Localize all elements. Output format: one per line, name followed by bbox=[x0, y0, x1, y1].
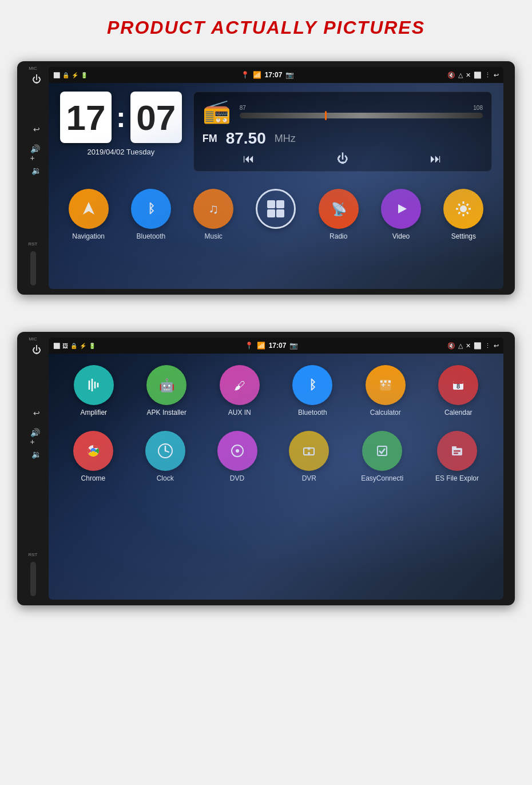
svg-rect-8 bbox=[267, 209, 275, 217]
app-apk-installer[interactable]: 🤖 APK Installer bbox=[146, 365, 186, 417]
page-title: PRODUCT ACTUALLY PICTURES bbox=[0, 0, 532, 50]
svg-rect-6 bbox=[267, 200, 275, 208]
app-bluetooth-2[interactable]: ᛒ Bluetooth bbox=[292, 365, 332, 417]
vol-up-btn-2[interactable]: 🔊+ bbox=[30, 431, 43, 443]
app-calculator[interactable]: + - ■ ■ ■ Calculator bbox=[366, 365, 406, 417]
status-bar-1: ⬜ 🔒 ⚡ 🔋 📍 📶 17:07 📷 🔇 △ ✕ ⬜ ⋮ bbox=[49, 67, 503, 83]
power-btn[interactable]: ⏻ bbox=[337, 152, 348, 165]
svg-text:■ ■ ■: ■ ■ ■ bbox=[380, 379, 391, 384]
app-calendar[interactable]: 8 Calendar bbox=[438, 365, 478, 417]
svg-text:🖌: 🖌 bbox=[234, 379, 245, 392]
device-1: MIC ⏻ ↩ 🔊+ 🔉 RST ⬜ 🔒 ⚡ 🔋 📍 📶 bbox=[17, 61, 515, 295]
app-amplifier[interactable]: Amplifier bbox=[74, 365, 114, 417]
screen-content-1: 17 : 07 2019/04/02 Tuesday 📻 87 bbox=[49, 83, 503, 289]
side-controls-2: MIC ⏻ ↩ 🔊+ 🔉 RST bbox=[17, 332, 49, 605]
clock-hour: 17 bbox=[60, 92, 112, 143]
status-right-2: 🔇 △ ✕ ⬜ ⋮ ↩ bbox=[447, 342, 499, 350]
app-music-label: Music bbox=[205, 232, 223, 240]
device-2: MIC ⏻ ↩ 🔊+ 🔉 RST ⬜ 🖼 🔒 ⚡ 🔋 📍 bbox=[17, 332, 515, 605]
status-right-1: 🔇 △ ✕ ⬜ ⋮ ↩ bbox=[447, 72, 499, 79]
volume-bar-2[interactable] bbox=[30, 562, 36, 596]
clock-colon: : bbox=[116, 101, 126, 134]
power-btn-1[interactable]: ⏻ bbox=[30, 73, 43, 86]
app-bluetooth-label: Bluetooth bbox=[137, 232, 166, 240]
mic-label-1: MIC bbox=[29, 66, 37, 71]
freq-value: 87.50 bbox=[226, 129, 266, 148]
apps-grid-1: Navigation ᛒ Bluetooth bbox=[49, 180, 503, 249]
app-bluetooth2-label: Bluetooth bbox=[298, 409, 327, 417]
svg-point-15 bbox=[460, 205, 467, 212]
app-easyconnect[interactable]: EasyConnecti bbox=[361, 431, 403, 482]
back-btn-2[interactable]: ↩ bbox=[30, 407, 43, 419]
svg-text:8: 8 bbox=[456, 383, 460, 390]
app-calculator-label: Calculator bbox=[370, 409, 401, 417]
svg-rect-61 bbox=[452, 446, 456, 449]
app-dvr-label: DVR bbox=[302, 474, 316, 482]
clock-minute: 07 bbox=[130, 92, 182, 143]
svg-point-52 bbox=[236, 449, 239, 453]
app-chrome[interactable]: Chrome bbox=[73, 431, 113, 482]
svg-rect-63 bbox=[454, 453, 458, 454]
svg-line-21 bbox=[467, 212, 469, 214]
status-center-2: 📍 📶 17:07 📷 bbox=[245, 342, 299, 350]
svg-line-20 bbox=[459, 204, 460, 205]
app-dvd-label: DVD bbox=[230, 474, 244, 482]
next-btn[interactable]: ⏭ bbox=[430, 152, 442, 165]
clock-date: 2019/04/02 Tuesday bbox=[87, 148, 154, 156]
app-dvr[interactable]: ◉ DVR bbox=[289, 431, 329, 482]
app-navigation-label: Navigation bbox=[72, 232, 105, 240]
app-navigation[interactable]: Navigation bbox=[69, 189, 109, 240]
app-aux-label: AUX IN bbox=[228, 409, 251, 417]
screen-2: ⬜ 🖼 🔒 ⚡ 🔋 📍 📶 17:07 📷 🔇 △ ✕ ⬜ bbox=[49, 338, 503, 600]
svg-text:◉: ◉ bbox=[307, 446, 311, 450]
app-settings-label: Settings bbox=[451, 232, 476, 240]
radio-icon: 📻 bbox=[203, 98, 231, 125]
app-dvd[interactable]: DVD bbox=[217, 431, 257, 482]
volume-bar-1[interactable] bbox=[30, 251, 36, 286]
svg-point-53 bbox=[300, 442, 318, 460]
radio-info: FM 87.50 MHz bbox=[203, 129, 483, 148]
rst-label-1: RST bbox=[29, 241, 38, 247]
back-btn-1[interactable]: ↩ bbox=[30, 123, 43, 136]
apps-row-1: Amplifier 🤖 APK Installer bbox=[49, 354, 503, 425]
power-btn-2[interactable]: ⏻ bbox=[30, 344, 43, 356]
screen-1: ⬜ 🔒 ⚡ 🔋 📍 📶 17:07 📷 🔇 △ ✕ ⬜ ⋮ bbox=[49, 67, 503, 289]
status-bar-2: ⬜ 🖼 🔒 ⚡ 🔋 📍 📶 17:07 📷 🔇 △ ✕ ⬜ bbox=[49, 338, 503, 354]
svg-text:♫: ♫ bbox=[208, 201, 219, 216]
status-center-1: 📍 📶 17:07 📷 bbox=[241, 71, 295, 79]
app-apps-grid[interactable] bbox=[256, 189, 296, 240]
status-time-2: 17:07 bbox=[269, 342, 287, 350]
svg-text:ᛒ: ᛒ bbox=[309, 378, 316, 392]
vol-down-btn-1[interactable]: 🔉 bbox=[30, 164, 43, 177]
app-bluetooth[interactable]: ᛒ Bluetooth bbox=[131, 189, 171, 240]
rst-label-2: RST bbox=[29, 552, 38, 557]
app-video-label: Video bbox=[392, 232, 410, 240]
svg-point-24 bbox=[85, 376, 103, 394]
app-radio-label: Radio bbox=[329, 232, 347, 240]
vol-down-btn-2[interactable]: 🔉 bbox=[30, 448, 43, 461]
app-chrome-label: Chrome bbox=[81, 474, 106, 482]
mic-label-2: MIC bbox=[29, 336, 37, 342]
svg-line-23 bbox=[459, 212, 460, 214]
app-esfile[interactable]: ES File Explor bbox=[435, 431, 479, 482]
svg-rect-7 bbox=[276, 200, 284, 208]
app-amplifier-label: Amplifier bbox=[80, 409, 107, 417]
app-esfile-label: ES File Explor bbox=[435, 474, 479, 482]
status-left-2: ⬜ 🖼 🔒 ⚡ 🔋 bbox=[53, 343, 96, 349]
app-clock[interactable]: Clock bbox=[145, 431, 185, 482]
vol-up-btn-1[interactable]: 🔊+ bbox=[30, 147, 43, 160]
app-music[interactable]: ♫ Music bbox=[193, 189, 233, 240]
svg-point-57 bbox=[373, 442, 391, 460]
status-time-1: 17:07 bbox=[265, 71, 283, 79]
app-aux-in[interactable]: 🖌 AUX IN bbox=[220, 365, 260, 417]
app-settings[interactable]: Settings bbox=[443, 189, 483, 240]
clock-widget: 17 : 07 2019/04/02 Tuesday bbox=[60, 92, 182, 172]
mhz-label: MHz bbox=[275, 133, 296, 145]
app-video[interactable]: Video bbox=[381, 189, 421, 240]
app-radio[interactable]: 📡 Radio bbox=[319, 189, 359, 240]
svg-text:🤖: 🤖 bbox=[159, 378, 175, 393]
side-controls-1: MIC ⏻ ↩ 🔊+ 🔉 RST bbox=[17, 61, 49, 295]
radio-widget[interactable]: 📻 87 108 bbox=[193, 92, 492, 172]
app-calendar-label: Calendar bbox=[444, 409, 473, 417]
prev-btn[interactable]: ⏮ bbox=[243, 152, 255, 165]
